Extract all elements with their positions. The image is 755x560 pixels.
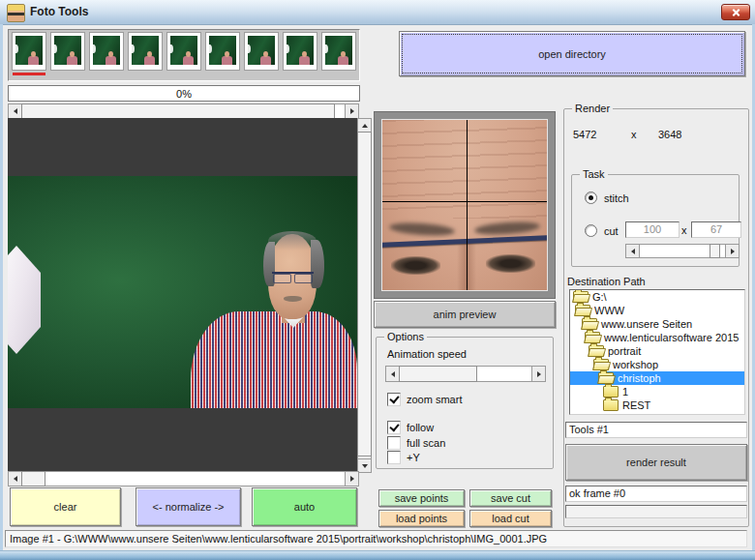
tree-item-lenticularsoftware[interactable]: www.lenticularsoftware 2015 (570, 331, 744, 344)
slider-thumb[interactable] (399, 366, 477, 382)
thumbnail-8[interactable] (284, 33, 317, 70)
cut-height-field[interactable]: 67 (691, 221, 741, 238)
window-border-left (0, 24, 3, 551)
auto-label: auto (294, 501, 315, 513)
lens-right (294, 274, 313, 283)
open-directory-button[interactable]: open directory (399, 31, 745, 76)
checkbox-follow[interactable]: follow (387, 421, 434, 434)
thumbnail-4[interactable] (129, 33, 162, 70)
scroll-right-arrow[interactable] (345, 103, 359, 119)
thumbnail-row (13, 33, 360, 70)
title-bar: Foto Tools (0, 0, 755, 25)
checkbox-full-scan[interactable]: full scan (387, 436, 445, 450)
save-cut-button[interactable]: save cut (469, 489, 552, 507)
scroll-left-arrow[interactable] (8, 471, 22, 486)
close-button[interactable] (721, 4, 750, 20)
thumbnail-image (54, 36, 81, 65)
tree-item-christoph[interactable]: christoph (570, 371, 744, 385)
tree-item-workshop[interactable]: workshop (570, 358, 744, 371)
checkbox-zoom-smart[interactable]: zoom smart (387, 393, 462, 406)
checkbox-box[interactable] (387, 421, 401, 434)
tree-item-www[interactable]: WWW (570, 304, 744, 317)
checkbox-box[interactable] (387, 451, 401, 464)
thumbnail-1[interactable] (13, 33, 45, 70)
radio-circle[interactable] (585, 192, 597, 204)
progress-label: 0% (176, 88, 192, 100)
crosshair-vertical (467, 120, 468, 290)
tree-item-label: 1 (622, 386, 628, 398)
frame-status-field[interactable]: ok frame #0 (565, 486, 747, 502)
thumbnail-image (209, 36, 236, 65)
photo-preview[interactable] (8, 176, 357, 408)
scroll-right-arrow[interactable] (725, 244, 740, 258)
tree-item-rest[interactable]: REST (570, 398, 744, 412)
cut-width-field[interactable]: 100 (625, 221, 680, 238)
radio-circle[interactable] (585, 224, 597, 237)
mini-portrait (222, 56, 232, 65)
checkbox-box[interactable] (387, 436, 401, 450)
normalize-button[interactable]: <- normalize -> (136, 487, 241, 526)
eye-right (486, 254, 535, 273)
mini-portrait (299, 56, 310, 65)
foto-tools-window: Foto Tools 0% (0, 0, 755, 560)
animation-speed-slider[interactable] (385, 366, 546, 382)
window-title: Foto Tools (30, 0, 88, 24)
radio-cut[interactable]: cut (585, 224, 619, 237)
load-points-button[interactable]: load points (378, 510, 465, 527)
cut-size-scrollbar[interactable] (625, 244, 740, 258)
tree-item-label: www.lenticularsoftware 2015 (604, 332, 739, 343)
thumbnail-3[interactable] (90, 33, 123, 70)
image-vscrollbar[interactable] (357, 118, 372, 473)
thumbnail-5[interactable] (167, 33, 200, 70)
scroll-down-arrow[interactable] (357, 458, 372, 473)
auto-button[interactable]: auto (252, 487, 357, 526)
arrow-left-icon (391, 371, 395, 377)
thumbnail-7[interactable] (245, 33, 278, 70)
glasses (272, 272, 314, 284)
scroll-thumb[interactable] (710, 244, 720, 258)
tree-item-drive[interactable]: G:\ (570, 290, 744, 304)
checkbox-label: zoom smart (407, 394, 462, 405)
stitch-label: stitch (604, 192, 629, 204)
thumbnail-2[interactable] (51, 33, 84, 70)
anim-preview-button[interactable]: anim preview (374, 301, 556, 328)
image-hscrollbar-bottom[interactable] (8, 471, 359, 486)
load-cut-button[interactable]: load cut (469, 510, 552, 527)
tree-item-unsere-seiten[interactable]: www.unsere Seiten (570, 317, 744, 331)
zoom-preview-image[interactable] (381, 119, 548, 291)
scroll-left-arrow[interactable] (8, 103, 22, 119)
tree-item-portrait[interactable]: portrait (570, 344, 744, 358)
clear-button[interactable]: clear (10, 487, 121, 526)
destination-path-tree[interactable]: G:\ WWW www.unsere Seiten www.lenticular… (569, 289, 745, 415)
tools-field[interactable]: Tools #1 (565, 422, 747, 438)
tree-item-1[interactable]: 1 (570, 385, 744, 398)
scroll-thumb[interactable] (21, 103, 335, 119)
radio-stitch[interactable]: stitch (585, 192, 629, 204)
slider-left-arrow[interactable] (385, 366, 400, 382)
softbox-shape (8, 246, 41, 354)
folder-closed-icon (603, 399, 619, 411)
render-group-title: Render (572, 103, 613, 114)
image-hscrollbar-top[interactable] (8, 103, 359, 119)
image-viewport[interactable] (8, 118, 357, 471)
arrow-up-icon (362, 124, 368, 128)
slider-right-arrow[interactable] (531, 366, 546, 382)
folder-open-icon (573, 291, 589, 303)
lens-left (273, 274, 291, 283)
thumbnail-9[interactable] (322, 33, 355, 70)
tree-item-label: christoph (618, 372, 661, 384)
checkbox-box[interactable] (387, 393, 401, 406)
eyebrow-right (474, 220, 541, 236)
checkbox-plus-y[interactable]: +Y (387, 451, 420, 464)
scroll-thumb[interactable] (21, 471, 45, 486)
thumbnail-image (15, 36, 43, 65)
arrow-right-icon (537, 371, 541, 377)
scroll-left-arrow[interactable] (625, 244, 640, 258)
scroll-right-arrow[interactable] (345, 471, 359, 486)
scroll-thumb[interactable] (357, 132, 372, 457)
thumbnail-6[interactable] (206, 33, 239, 70)
eyebrow-left (388, 221, 455, 238)
render-result-button[interactable]: render result (565, 444, 747, 481)
save-points-button[interactable]: save points (378, 489, 465, 507)
scroll-up-arrow[interactable] (357, 118, 372, 133)
